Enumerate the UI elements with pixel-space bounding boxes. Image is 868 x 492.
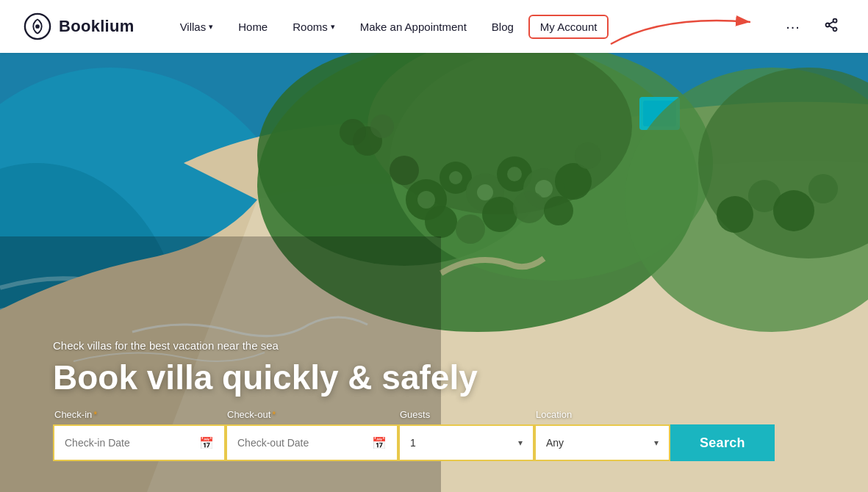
chevron-down-icon-location: ▾ <box>654 438 659 448</box>
calendar-icon-checkout: 📅 <box>372 436 387 450</box>
nav-appointment-label: Make an Appointment <box>360 21 467 33</box>
chevron-down-icon: ▾ <box>209 22 213 32</box>
checkin-field: Check-in* 📅 <box>53 409 226 461</box>
brand-icon <box>24 12 51 40</box>
checkin-label: Check-in* <box>53 409 226 420</box>
search-button[interactable]: Search <box>670 424 775 461</box>
nav-rooms-label: Rooms <box>293 21 328 33</box>
more-dots-icon: ··· <box>786 18 800 35</box>
svg-point-41 <box>808 174 838 203</box>
nav-home-label: Home <box>238 21 268 33</box>
location-label: Location <box>534 409 670 420</box>
svg-line-6 <box>829 21 833 23</box>
nav-item-blog[interactable]: Blog <box>481 15 524 39</box>
nav-item-myaccount[interactable]: My Account <box>528 15 609 39</box>
svg-point-44 <box>340 119 366 145</box>
checkout-field: Check-out* 📅 <box>226 409 398 461</box>
svg-point-38 <box>717 196 753 233</box>
chevron-down-icon-guests: ▾ <box>518 438 523 448</box>
nav-villas-label: Villas <box>180 21 207 33</box>
svg-point-19 <box>449 171 462 184</box>
svg-point-21 <box>477 184 493 200</box>
brand-name: Booklium <box>59 17 134 36</box>
svg-point-23 <box>507 167 522 181</box>
nav-blog-label: Blog <box>492 21 514 33</box>
hero-content: Check villas for the best vacation near … <box>53 339 478 397</box>
nav-item-rooms[interactable]: Rooms ▾ <box>282 15 345 39</box>
hero-section: Check villas for the best vacation near … <box>0 53 868 492</box>
share-button[interactable] <box>818 13 844 40</box>
location-field: Location Any Maldives Bali Phuket Santor… <box>534 409 670 461</box>
nav-item-home[interactable]: Home <box>228 15 278 39</box>
svg-point-33 <box>544 196 573 225</box>
navbar: Booklium Villas ▾ Home Rooms ▾ Make an A… <box>0 0 868 53</box>
guests-select[interactable]: 1 2 3 4 5 6 <box>410 437 512 449</box>
share-icon <box>824 18 839 36</box>
more-options-button[interactable]: ··· <box>780 13 806 40</box>
svg-point-31 <box>482 197 517 232</box>
svg-point-40 <box>773 190 814 231</box>
svg-point-28 <box>575 142 601 169</box>
svg-point-26 <box>390 156 419 185</box>
nav-item-villas[interactable]: Villas ▾ <box>170 15 224 39</box>
brand-logo-link[interactable]: Booklium <box>24 12 134 40</box>
svg-point-29 <box>425 206 457 238</box>
guests-label: Guests <box>398 409 534 420</box>
checkout-label: Check-out* <box>226 409 398 420</box>
location-select-wrapper[interactable]: Any Maldives Bali Phuket Santorini ▾ <box>534 424 670 461</box>
svg-point-43 <box>370 115 394 138</box>
svg-line-5 <box>829 26 833 28</box>
nav-icons: ··· <box>780 13 844 40</box>
guests-field: Guests 1 2 3 4 5 6 ▾ <box>398 409 534 461</box>
nav-item-appointment[interactable]: Make an Appointment <box>350 15 477 39</box>
svg-point-1 <box>35 24 40 29</box>
nav-links: Villas ▾ Home Rooms ▾ Make an Appointmen… <box>170 15 771 39</box>
chevron-down-icon-rooms: ▾ <box>331 22 335 32</box>
svg-point-32 <box>513 191 545 223</box>
hero-title: Book villa quickly & safely <box>53 359 478 397</box>
checkin-input[interactable] <box>65 437 193 449</box>
svg-point-17 <box>417 191 435 209</box>
guests-select-wrapper[interactable]: 1 2 3 4 5 6 ▾ <box>398 424 534 461</box>
location-select[interactable]: Any Maldives Bali Phuket Santorini <box>546 437 648 449</box>
hero-subtitle: Check villas for the best vacation near … <box>53 339 478 352</box>
calendar-icon-checkin: 📅 <box>199 436 214 450</box>
nav-myaccount-label: My Account <box>540 21 598 33</box>
checkout-input[interactable] <box>237 437 366 449</box>
search-bar: Check-in* 📅 Check-out* 📅 Guests 1 <box>53 409 775 461</box>
checkin-input-wrapper[interactable]: 📅 <box>53 424 226 461</box>
checkout-input-wrapper[interactable]: 📅 <box>226 424 398 461</box>
svg-point-30 <box>456 214 485 244</box>
